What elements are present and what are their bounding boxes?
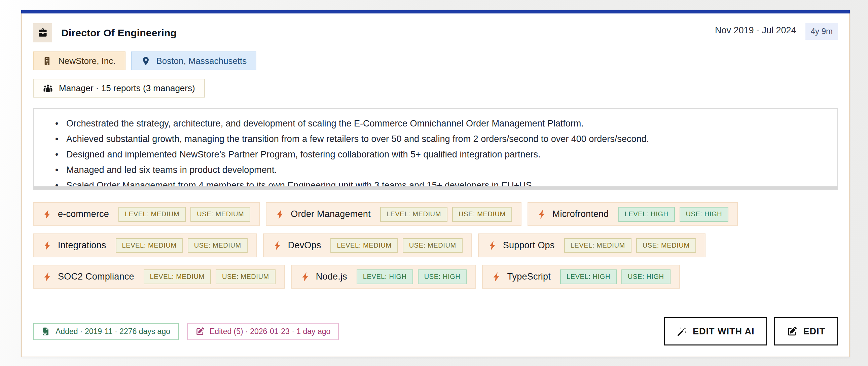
date-wrap: Nov 2019 - Jul 2024 4y 9m — [715, 23, 838, 40]
skill-level-badge: LEVEL: HIGH — [618, 207, 675, 222]
location-pin-icon — [141, 56, 151, 66]
added-text: Added · 2019-11 · 2276 days ago — [56, 327, 170, 336]
location-name: Boston, Massachusetts — [156, 56, 247, 66]
highlights-list: •Orchestrated the strategy, architecture… — [55, 116, 827, 190]
location-badge[interactable]: Boston, Massachusetts — [131, 52, 257, 70]
skill-tag[interactable]: SOC2 Compliance LEVEL: MEDIUM USE: MEDIU… — [33, 265, 285, 288]
skill-name: Microfrontend — [552, 209, 609, 219]
highlight-item: •Orchestrated the strategy, architecture… — [55, 116, 827, 131]
highlight-text: Managed and led six teams in product dev… — [66, 165, 277, 175]
skill-use-badge: USE: HIGH — [680, 207, 729, 222]
skills-list: e-commerce LEVEL: MEDIUM USE: MEDIUM Ord… — [33, 202, 838, 288]
bullet-marker: • — [55, 147, 58, 162]
edit-button[interactable]: EDIT — [774, 317, 838, 345]
skill-name: TypeScript — [507, 272, 551, 282]
highlight-text: Orchestrated the strategy, architecture,… — [66, 118, 584, 128]
header-row: Director Of Engineering Nov 2019 - Jul 2… — [33, 23, 838, 42]
skill-name: e-commerce — [58, 209, 109, 219]
company-name: NewStore, Inc. — [58, 56, 116, 66]
lightning-bolt-icon — [273, 240, 283, 251]
edited-text: Edited (5) · 2026-01-23 · 1 day ago — [210, 327, 330, 336]
skill-level-badge: LEVEL: MEDIUM — [116, 238, 183, 253]
role-badge: Manager · 15 reports (3 managers) — [33, 79, 205, 97]
highlight-text: Achieved substantial growth, managing th… — [66, 134, 649, 144]
date-range: Nov 2019 - Jul 2024 — [715, 25, 796, 36]
briefcase-icon — [33, 23, 52, 42]
company-badge[interactable]: NewStore, Inc. — [33, 52, 125, 70]
skill-tag[interactable]: Support Ops LEVEL: MEDIUM USE: MEDIUM — [478, 234, 706, 257]
highlights-box[interactable]: •Orchestrated the strategy, architecture… — [33, 108, 838, 190]
skill-name: SOC2 Compliance — [58, 272, 134, 282]
wand-sparkles-icon — [677, 326, 687, 337]
company-location-row: NewStore, Inc. Boston, Massachusetts — [33, 52, 838, 70]
edit-label: EDIT — [803, 326, 825, 337]
skill-use-badge: USE: MEDIUM — [216, 270, 276, 284]
skill-tag[interactable]: DevOps LEVEL: MEDIUM USE: MEDIUM — [263, 234, 472, 257]
bullet-marker: • — [55, 116, 58, 131]
skill-name: Order Management — [291, 209, 370, 219]
skill-name: Support Ops — [503, 240, 555, 251]
skill-use-badge: USE: MEDIUM — [452, 207, 512, 222]
bullet-marker: • — [55, 162, 58, 178]
skill-level-badge: LEVEL: MEDIUM — [330, 238, 398, 253]
lightning-bolt-icon — [42, 209, 53, 220]
lightning-bolt-icon — [537, 209, 547, 220]
skill-use-badge: USE: MEDIUM — [190, 207, 250, 222]
lightning-bolt-icon — [492, 271, 502, 282]
bullet-marker: • — [55, 131, 58, 147]
skill-tag[interactable]: Microfrontend LEVEL: HIGH USE: HIGH — [528, 202, 738, 226]
skill-tag[interactable]: e-commerce LEVEL: MEDIUM USE: MEDIUM — [33, 202, 260, 226]
role-text: Manager · 15 reports (3 managers) — [59, 83, 195, 93]
card-body: Director Of Engineering Nov 2019 - Jul 2… — [22, 13, 849, 357]
file-plus-icon — [41, 327, 51, 336]
experience-card: Director Of Engineering Nov 2019 - Jul 2… — [21, 10, 850, 357]
duration-badge: 4y 9m — [805, 23, 838, 40]
skill-tag[interactable]: TypeScript LEVEL: HIGH USE: HIGH — [482, 265, 680, 288]
skill-use-badge: USE: MEDIUM — [403, 238, 463, 253]
skill-tag[interactable]: Integrations LEVEL: MEDIUM USE: MEDIUM — [33, 234, 257, 257]
lightning-bolt-icon — [301, 271, 311, 282]
skill-name: Integrations — [58, 240, 106, 251]
edit-with-ai-button[interactable]: EDIT WITH AI — [664, 317, 767, 345]
building-icon — [43, 56, 53, 66]
people-group-icon — [43, 83, 53, 93]
pen-square-icon — [787, 326, 797, 337]
title-wrap: Director Of Engineering — [33, 23, 177, 42]
highlight-item: •Designed and implemented NewStore’s Par… — [55, 147, 827, 162]
pen-square-icon — [195, 327, 205, 336]
lightning-bolt-icon — [42, 271, 53, 282]
skill-level-badge: LEVEL: MEDIUM — [144, 270, 211, 284]
skill-use-badge: USE: MEDIUM — [636, 238, 696, 253]
edited-badge: Edited (5) · 2026-01-23 · 1 day ago — [187, 323, 339, 340]
skill-use-badge: USE: HIGH — [418, 270, 467, 284]
skill-level-badge: LEVEL: MEDIUM — [564, 238, 631, 253]
highlight-item: •Achieved substantial growth, managing t… — [55, 131, 827, 147]
job-title: Director Of Engineering — [61, 27, 177, 39]
skill-tag[interactable]: Node.js LEVEL: HIGH USE: HIGH — [291, 265, 476, 288]
skill-level-badge: LEVEL: HIGH — [356, 270, 413, 284]
skill-name: Node.js — [316, 272, 347, 282]
role-row: Manager · 15 reports (3 managers) — [33, 79, 838, 97]
skill-use-badge: USE: HIGH — [621, 270, 671, 284]
highlight-text: Designed and implemented NewStore’s Part… — [66, 149, 541, 159]
highlight-item: •Managed and led six teams in product de… — [55, 162, 827, 178]
skill-level-badge: LEVEL: MEDIUM — [118, 207, 186, 222]
lightning-bolt-icon — [42, 240, 53, 251]
skill-name: DevOps — [288, 240, 321, 251]
meta-badges: Added · 2019-11 · 2276 days ago Edited (… — [33, 323, 339, 340]
skill-tag[interactable]: Order Management LEVEL: MEDIUM USE: MEDI… — [266, 202, 522, 226]
scrollbar-track[interactable] — [34, 186, 837, 189]
lightning-bolt-icon — [275, 209, 285, 220]
added-badge: Added · 2019-11 · 2276 days ago — [33, 323, 179, 340]
edit-with-ai-label: EDIT WITH AI — [693, 326, 754, 337]
footer-row: Added · 2019-11 · 2276 days ago Edited (… — [33, 317, 838, 345]
action-buttons: EDIT WITH AI EDIT — [664, 317, 838, 345]
skill-level-badge: LEVEL: MEDIUM — [380, 207, 447, 222]
skill-level-badge: LEVEL: HIGH — [560, 270, 617, 284]
lightning-bolt-icon — [488, 240, 498, 251]
card-accent-bar — [21, 10, 850, 13]
skill-use-badge: USE: MEDIUM — [188, 238, 248, 253]
